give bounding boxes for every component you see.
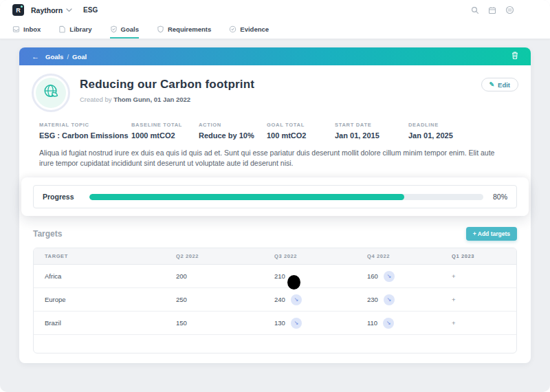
globe-leaf-icon bbox=[42, 83, 60, 104]
meta-value: Jan 01, 2025 bbox=[408, 131, 453, 140]
topbar-icons bbox=[471, 6, 514, 14]
progress-box: Progress 80% bbox=[33, 185, 517, 208]
shield-check-icon bbox=[110, 25, 118, 33]
trash-icon bbox=[511, 51, 519, 62]
tab-inbox[interactable]: Inbox bbox=[12, 20, 41, 39]
progress-bar-fill bbox=[89, 194, 405, 200]
delete-goal-button[interactable] bbox=[509, 49, 521, 64]
meta-baseline-total: BASELINE TOTAL 1000 mtCO2 bbox=[131, 122, 199, 140]
company-switcher[interactable]: Raythorn bbox=[31, 6, 72, 14]
meta-value: Jan 01, 2015 bbox=[335, 131, 408, 140]
table-empty-row bbox=[34, 335, 516, 353]
avatar-background bbox=[36, 78, 66, 108]
tab-library[interactable]: Library bbox=[58, 20, 91, 39]
search-icon[interactable] bbox=[471, 6, 479, 14]
value-text: 230 bbox=[367, 296, 378, 303]
tab-label: Evidence bbox=[240, 25, 269, 33]
tab-label: Requirements bbox=[168, 25, 211, 33]
meta-value: Reduce by 10% bbox=[199, 131, 267, 140]
meta-label: GOAL TOTAL bbox=[267, 122, 335, 128]
meta-label: ACTION bbox=[199, 122, 267, 128]
targets-table: TARGET Q2 2022 Q3 2022 Q4 2022 Q1 2023 A… bbox=[33, 248, 517, 353]
targets-table-header: TARGET Q2 2022 Q3 2022 Q4 2022 Q1 2023 bbox=[34, 248, 516, 265]
meta-start-date: START DATE Jan 01, 2015 bbox=[335, 122, 408, 140]
back-arrow-icon[interactable]: ← bbox=[32, 53, 39, 61]
table-row-europe: Europe 250 240↘ 230↘ + bbox=[34, 288, 516, 312]
value-text: 240 bbox=[274, 296, 285, 303]
meta-label: MATERIAL TOPIC bbox=[39, 122, 131, 128]
goal-titles: Reducing our Carbon footprint Created by… bbox=[80, 74, 481, 103]
meta-label: START DATE bbox=[335, 122, 408, 128]
add-targets-button[interactable]: + Add targets bbox=[466, 227, 517, 241]
meta-value: 100 mtCO2 bbox=[267, 131, 335, 140]
tab-goals[interactable]: Goals bbox=[110, 20, 139, 39]
meta-material-topic: MATERIAL TOPIC ESG : Carbon Emissions bbox=[39, 122, 131, 140]
edit-label: Edit bbox=[498, 81, 510, 89]
column-header-q4-2022: Q4 2022 bbox=[336, 253, 432, 259]
target-value: 150 bbox=[144, 319, 240, 327]
goal-meta-row: MATERIAL TOPIC ESG : Carbon Emissions BA… bbox=[19, 115, 531, 140]
breadcrumb: ← Goals / Goal bbox=[19, 47, 531, 65]
breadcrumb-parent[interactable]: Goals bbox=[45, 53, 63, 61]
breadcrumb-separator: / bbox=[67, 53, 69, 61]
meta-value: 1000 mtCO2 bbox=[131, 131, 199, 140]
decrease-arrow-badge[interactable]: ↘ bbox=[383, 318, 394, 329]
menu-icon[interactable] bbox=[505, 6, 514, 14]
column-header-q3-2022: Q3 2022 bbox=[240, 253, 336, 259]
add-value-cell[interactable]: + bbox=[432, 319, 516, 327]
primary-nav: Inbox Library Goals Requirements Evidenc… bbox=[0, 20, 550, 39]
goal-detail-card: ← Goals / Goal Reducing our Carbon bbox=[19, 47, 531, 363]
decrease-arrow-badge[interactable]: ↘ bbox=[291, 294, 302, 305]
meta-value: ESG : Carbon Emissions bbox=[39, 131, 131, 140]
target-value: 240↘ bbox=[240, 294, 336, 305]
goal-avatar bbox=[32, 74, 70, 112]
table-row-brazil: Brazil 150 130↘ 110↘ + bbox=[34, 312, 516, 335]
tab-requirements[interactable]: Requirements bbox=[157, 20, 211, 39]
breadcrumb-current: Goal bbox=[72, 53, 87, 61]
progress-card: Progress 80% bbox=[21, 177, 529, 216]
edit-goal-button[interactable]: ✎ Edit bbox=[481, 78, 519, 91]
topbar: R Raythorn ESG bbox=[0, 0, 550, 20]
target-value: 250 bbox=[144, 296, 240, 303]
inbox-icon bbox=[12, 25, 20, 33]
logo-dot bbox=[21, 6, 23, 8]
column-header-q1-2023: Q1 2023 bbox=[432, 253, 516, 259]
app-window: R Raythorn ESG In bbox=[0, 0, 550, 392]
target-value: 200 bbox=[144, 272, 240, 280]
document-icon bbox=[58, 25, 66, 33]
progress-label: Progress bbox=[43, 193, 74, 201]
created-detail: Thom Gunn, 01 Jan 2022 bbox=[113, 96, 190, 103]
add-value-cell[interactable]: + bbox=[432, 296, 516, 303]
workspace-label[interactable]: ESG bbox=[83, 6, 98, 14]
meta-action: ACTION Reduce by 10% bbox=[199, 122, 267, 140]
column-header-target: TARGET bbox=[34, 253, 144, 259]
target-value: 130↘ bbox=[240, 318, 336, 329]
value-text: 130 bbox=[274, 319, 285, 327]
meta-label: DEADLINE bbox=[408, 122, 453, 128]
decrease-arrow-badge[interactable]: ↘ bbox=[384, 271, 395, 282]
column-header-q2-2022: Q2 2022 bbox=[144, 253, 240, 259]
target-name: Brazil bbox=[34, 319, 144, 327]
add-value-cell[interactable]: + bbox=[432, 272, 516, 280]
meta-goal-total: GOAL TOTAL 100 mtCO2 bbox=[267, 122, 335, 140]
targets-header: Targets + Add targets bbox=[33, 227, 517, 241]
meta-deadline: DEADLINE Jan 01, 2025 bbox=[408, 122, 453, 140]
check-circle-icon bbox=[229, 25, 236, 33]
decrease-arrow-badge[interactable]: ↘ bbox=[291, 318, 302, 329]
targets-section: Targets + Add targets TARGET Q2 2022 Q3 … bbox=[19, 219, 531, 355]
value-text: 110 bbox=[367, 319, 377, 327]
value-text: 210 bbox=[274, 272, 285, 280]
shield-icon bbox=[157, 25, 164, 33]
tab-evidence[interactable]: Evidence bbox=[229, 20, 269, 39]
goal-created-line: Created by Thom Gunn, 01 Jan 2022 bbox=[80, 96, 481, 103]
meta-label: BASELINE TOTAL bbox=[131, 122, 199, 128]
target-value: 230↘ bbox=[336, 294, 432, 305]
tab-label: Goals bbox=[121, 25, 139, 33]
target-value: 160↘ bbox=[336, 271, 432, 282]
calendar-icon[interactable] bbox=[488, 6, 496, 14]
value-text: 160 bbox=[367, 272, 378, 280]
decrease-arrow-badge[interactable]: ↘ bbox=[384, 294, 395, 305]
targets-heading: Targets bbox=[33, 229, 62, 239]
target-name: Africa bbox=[34, 272, 144, 280]
pencil-icon: ✎ bbox=[490, 81, 495, 88]
